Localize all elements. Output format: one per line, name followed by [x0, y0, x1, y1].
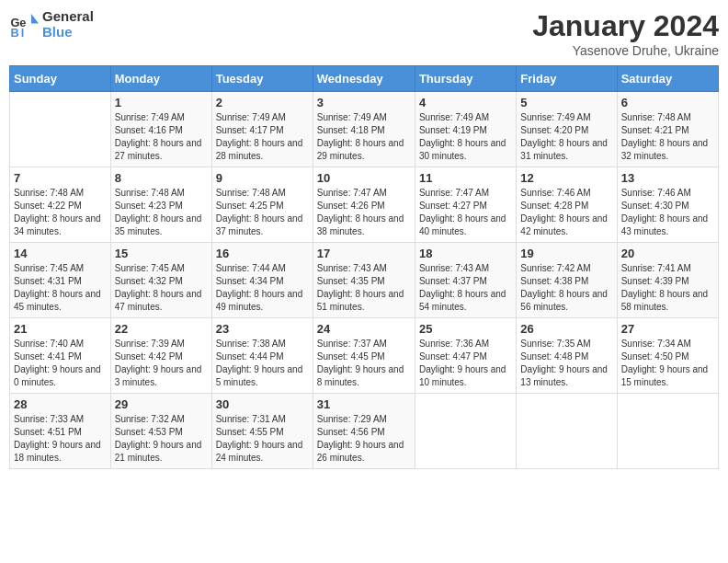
day-info: Sunrise: 7:35 AMSunset: 4:48 PMDaylight:…: [520, 338, 612, 389]
calendar-cell: 23Sunrise: 7:38 AMSunset: 4:44 PMDayligh…: [211, 318, 313, 394]
day-info: Sunrise: 7:45 AMSunset: 4:31 PMDaylight:…: [14, 262, 107, 314]
day-info: Sunrise: 7:29 AMSunset: 4:56 PMDaylight:…: [317, 413, 411, 465]
day-number: 22: [115, 322, 208, 336]
day-info: Sunrise: 7:38 AMSunset: 4:44 PMDaylight:…: [216, 338, 309, 389]
calendar-week-5: 28Sunrise: 7:33 AMSunset: 4:51 PMDayligh…: [10, 394, 719, 469]
calendar-cell: [517, 394, 617, 469]
calendar-cell: 28Sunrise: 7:33 AMSunset: 4:51 PMDayligh…: [10, 394, 111, 469]
month-title: January 2024: [532, 9, 719, 43]
calendar-cell: 18Sunrise: 7:43 AMSunset: 4:37 PMDayligh…: [415, 243, 516, 318]
calendar-cell: 13Sunrise: 7:46 AMSunset: 4:30 PMDayligh…: [617, 167, 718, 243]
day-info: Sunrise: 7:49 AMSunset: 4:19 PMDaylight:…: [419, 111, 512, 163]
svg-text:l: l: [21, 25, 25, 39]
day-number: 29: [115, 397, 208, 411]
day-number: 27: [621, 322, 714, 336]
calendar-table: Sunday Monday Tuesday Wednesday Thursday…: [9, 65, 719, 469]
calendar-cell: 1Sunrise: 7:49 AMSunset: 4:16 PMDaylight…: [110, 92, 211, 167]
calendar-cell: [415, 394, 516, 469]
day-info: Sunrise: 7:41 AMSunset: 4:39 PMDaylight:…: [621, 262, 714, 314]
header: G e B l General Blue January 2024 Yaseno…: [9, 9, 719, 58]
day-number: 16: [216, 247, 309, 260]
day-info: Sunrise: 7:49 AMSunset: 4:18 PMDaylight:…: [317, 111, 411, 163]
day-info: Sunrise: 7:48 AMSunset: 4:21 PMDaylight:…: [621, 111, 714, 163]
day-info: Sunrise: 7:40 AMSunset: 4:41 PMDaylight:…: [14, 338, 107, 389]
calendar-cell: 8Sunrise: 7:48 AMSunset: 4:23 PMDaylight…: [110, 167, 211, 243]
calendar-cell: 5Sunrise: 7:49 AMSunset: 4:20 PMDaylight…: [517, 92, 617, 167]
calendar-week-4: 21Sunrise: 7:40 AMSunset: 4:41 PMDayligh…: [10, 318, 719, 394]
day-info: Sunrise: 7:48 AMSunset: 4:25 PMDaylight:…: [216, 187, 309, 238]
day-info: Sunrise: 7:46 AMSunset: 4:30 PMDaylight:…: [621, 187, 714, 238]
day-number: 5: [520, 96, 612, 109]
day-info: Sunrise: 7:49 AMSunset: 4:17 PMDaylight:…: [216, 111, 309, 163]
day-info: Sunrise: 7:46 AMSunset: 4:28 PMDaylight:…: [520, 187, 612, 238]
day-number: 6: [621, 96, 714, 109]
logo-blue: Blue: [42, 24, 73, 40]
day-info: Sunrise: 7:39 AMSunset: 4:42 PMDaylight:…: [115, 338, 208, 389]
day-info: Sunrise: 7:43 AMSunset: 4:37 PMDaylight:…: [419, 262, 512, 314]
logo: G e B l General Blue: [9, 9, 94, 40]
calendar-cell: 3Sunrise: 7:49 AMSunset: 4:18 PMDaylight…: [313, 92, 415, 167]
logo-icon: G e B l: [9, 10, 39, 40]
calendar-cell: 29Sunrise: 7:32 AMSunset: 4:53 PMDayligh…: [110, 394, 211, 469]
day-info: Sunrise: 7:43 AMSunset: 4:35 PMDaylight:…: [317, 262, 411, 314]
day-info: Sunrise: 7:37 AMSunset: 4:45 PMDaylight:…: [317, 338, 411, 389]
col-saturday: Saturday: [617, 66, 718, 92]
day-info: Sunrise: 7:49 AMSunset: 4:16 PMDaylight:…: [115, 111, 208, 163]
col-friday: Friday: [517, 66, 617, 92]
day-info: Sunrise: 7:36 AMSunset: 4:47 PMDaylight:…: [419, 338, 512, 389]
day-number: 17: [317, 247, 411, 260]
day-number: 18: [419, 247, 512, 260]
calendar-cell: 9Sunrise: 7:48 AMSunset: 4:25 PMDaylight…: [211, 167, 313, 243]
day-info: Sunrise: 7:32 AMSunset: 4:53 PMDaylight:…: [115, 413, 208, 465]
calendar-cell: 25Sunrise: 7:36 AMSunset: 4:47 PMDayligh…: [415, 318, 516, 394]
calendar-cell: 14Sunrise: 7:45 AMSunset: 4:31 PMDayligh…: [10, 243, 111, 318]
col-monday: Monday: [110, 66, 211, 92]
col-sunday: Sunday: [10, 66, 111, 92]
calendar-cell: 7Sunrise: 7:48 AMSunset: 4:22 PMDaylight…: [10, 167, 111, 243]
day-number: 1: [115, 96, 208, 109]
day-number: 19: [520, 247, 612, 260]
day-number: 8: [115, 171, 208, 185]
title-area: January 2024 Yasenove Druhe, Ukraine: [532, 9, 719, 58]
calendar-cell: 4Sunrise: 7:49 AMSunset: 4:19 PMDaylight…: [415, 92, 516, 167]
col-thursday: Thursday: [415, 66, 516, 92]
day-number: 28: [14, 397, 107, 411]
calendar-week-2: 7Sunrise: 7:48 AMSunset: 4:22 PMDaylight…: [10, 167, 719, 243]
day-number: 4: [419, 96, 512, 109]
location-subtitle: Yasenove Druhe, Ukraine: [532, 43, 719, 58]
calendar-cell: 2Sunrise: 7:49 AMSunset: 4:17 PMDaylight…: [211, 92, 313, 167]
svg-text:B: B: [11, 25, 19, 39]
svg-marker-4: [31, 14, 39, 23]
day-info: Sunrise: 7:48 AMSunset: 4:23 PMDaylight:…: [115, 187, 208, 238]
day-number: 11: [419, 171, 512, 185]
day-number: 3: [317, 96, 411, 109]
day-number: 21: [14, 322, 107, 336]
day-number: 15: [115, 247, 208, 260]
calendar-cell: 21Sunrise: 7:40 AMSunset: 4:41 PMDayligh…: [10, 318, 111, 394]
header-row: Sunday Monday Tuesday Wednesday Thursday…: [10, 66, 719, 92]
calendar-cell: 22Sunrise: 7:39 AMSunset: 4:42 PMDayligh…: [110, 318, 211, 394]
calendar-cell: 15Sunrise: 7:45 AMSunset: 4:32 PMDayligh…: [110, 243, 211, 318]
calendar-cell: 19Sunrise: 7:42 AMSunset: 4:38 PMDayligh…: [517, 243, 617, 318]
calendar-cell: 30Sunrise: 7:31 AMSunset: 4:55 PMDayligh…: [211, 394, 313, 469]
calendar-cell: 10Sunrise: 7:47 AMSunset: 4:26 PMDayligh…: [313, 167, 415, 243]
logo-general: General: [42, 8, 94, 24]
calendar-week-1: 1Sunrise: 7:49 AMSunset: 4:16 PMDaylight…: [10, 92, 719, 167]
calendar-cell: 27Sunrise: 7:34 AMSunset: 4:50 PMDayligh…: [617, 318, 718, 394]
day-number: 9: [216, 171, 309, 185]
day-number: 24: [317, 322, 411, 336]
day-number: 30: [216, 397, 309, 411]
day-info: Sunrise: 7:34 AMSunset: 4:50 PMDaylight:…: [621, 338, 714, 389]
calendar-cell: 20Sunrise: 7:41 AMSunset: 4:39 PMDayligh…: [617, 243, 718, 318]
day-info: Sunrise: 7:47 AMSunset: 4:27 PMDaylight:…: [419, 187, 512, 238]
calendar-cell: 24Sunrise: 7:37 AMSunset: 4:45 PMDayligh…: [313, 318, 415, 394]
day-number: 26: [520, 322, 612, 336]
day-number: 12: [520, 171, 612, 185]
day-info: Sunrise: 7:47 AMSunset: 4:26 PMDaylight:…: [317, 187, 411, 238]
calendar-cell: 16Sunrise: 7:44 AMSunset: 4:34 PMDayligh…: [211, 243, 313, 318]
calendar-cell: 11Sunrise: 7:47 AMSunset: 4:27 PMDayligh…: [415, 167, 516, 243]
day-number: 13: [621, 171, 714, 185]
day-number: 10: [317, 171, 411, 185]
calendar-cell: [10, 92, 111, 167]
day-info: Sunrise: 7:45 AMSunset: 4:32 PMDaylight:…: [115, 262, 208, 314]
